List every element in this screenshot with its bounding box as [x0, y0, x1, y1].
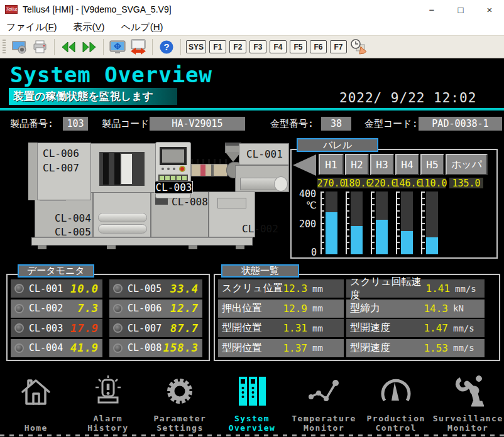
fkey-f6[interactable]: F6: [310, 40, 327, 53]
touch-timer-icon[interactable]: [350, 38, 368, 56]
monitor-value: 7.3: [77, 302, 99, 315]
machine-label-cl005: CL-005: [55, 226, 91, 238]
mold-number-value: 38: [321, 117, 351, 131]
fit-screen-icon[interactable]: [109, 38, 126, 56]
barrel-zone-h2-button[interactable]: H2: [345, 154, 369, 175]
page-subtitle: 装置の稼働状態を監視します: [9, 88, 177, 105]
mold-code-value: PAD-0038-1: [419, 117, 502, 131]
window-controls: − □ ×: [417, 0, 504, 19]
gauge-icon: [378, 374, 414, 409]
fkey-f3[interactable]: F3: [249, 40, 266, 53]
nav-parameter-settings[interactable]: ParameterSettings: [144, 370, 216, 435]
panel-dot: [167, 168, 170, 170]
nav-temperature-monitor[interactable]: TemperatureMonitor: [288, 370, 360, 435]
bar-axis-ruler: [371, 192, 375, 254]
cabinets-icon: [234, 374, 270, 409]
fkey-f4[interactable]: F4: [270, 40, 287, 53]
menu-help[interactable]: ヘルプ(H): [121, 21, 163, 33]
status-row-mold-close-position: 型閉位置1.37mm: [218, 339, 344, 357]
gear-icon: [162, 374, 197, 409]
monitor-value: 10.0: [70, 283, 99, 295]
temp-bar-h1: [326, 192, 337, 254]
lamp-indicator: [113, 304, 123, 313]
nav-surveillance-monitor[interactable]: SurveillanceMonitor: [432, 370, 504, 435]
app-icon: Tellus: [5, 5, 18, 14]
product-number-label: 製品番号:: [10, 118, 53, 130]
monitor-row-cl001: CL-00110.0: [11, 279, 102, 298]
barrel-zone-h5-button[interactable]: H5: [420, 154, 444, 175]
nav-home[interactable]: Home: [0, 370, 72, 435]
yaxis-tick-200: 200: [299, 218, 316, 230]
barrel-zone-h4-button[interactable]: H4: [395, 154, 419, 175]
fkey-f2[interactable]: F2: [229, 40, 246, 53]
temp-bar-h2-fill: [351, 226, 363, 254]
yaxis-tick-400: 400: [299, 188, 316, 200]
barrel-zone-h1-button[interactable]: H1: [319, 154, 344, 175]
switch-screen-icon[interactable]: [129, 38, 147, 56]
machine-tie-bar: [103, 153, 109, 185]
menubar: ファイル(F) 表示(V) ヘルプ(H): [0, 19, 504, 35]
monitor-value: 158.3: [163, 342, 199, 354]
product-code-value: HA-V29015: [150, 117, 245, 131]
status-row-screw-speed: スクリュ回転速度1.41mm/s: [346, 279, 485, 298]
machine-label-cl001: CL-001: [246, 148, 283, 160]
back-icon[interactable]: [60, 38, 77, 56]
window-title: Tellus4 [HMI] - [V9demo_SVGA_5.V9]: [23, 4, 417, 14]
fkey-f5[interactable]: F5: [290, 40, 307, 53]
page-title: System Overview: [10, 62, 212, 87]
status-row-mold-close-speed: 型閉速度1.53mm/s: [346, 339, 485, 357]
barrel-scroll-left-arrow[interactable]: [293, 154, 316, 176]
toolbar-separator: [152, 39, 153, 55]
nav-alarm-history[interactable]: AlarmHistory: [72, 370, 145, 435]
datetime-display: 2022/ 9/22 12:02: [339, 90, 476, 105]
print-icon[interactable]: [31, 38, 49, 56]
machine-slot: [217, 198, 246, 208]
lamp-indicator: [14, 304, 24, 313]
barrel-zone-h3-button[interactable]: H3: [370, 154, 394, 175]
maximize-button[interactable]: □: [446, 0, 475, 19]
panel-dot: [173, 168, 175, 170]
temp-bar-h3: [376, 192, 388, 254]
barrel-temp-h2: 180.0: [345, 178, 370, 188]
bar-axis-ruler: [346, 192, 349, 254]
monitor-row-cl005: CL-00533.4: [109, 279, 202, 298]
status-row-clamp-force: 型締力14.3kN: [346, 299, 485, 318]
toolbar: ? SYS F1 F2 F3 F4 F5 F6 F7: [0, 35, 504, 58]
forward-icon[interactable]: [80, 38, 98, 56]
barrel-zone-hopper-button[interactable]: ホッパ: [446, 154, 488, 175]
close-button[interactable]: ×: [475, 0, 504, 19]
status-row-mold-open-speed: 型開速度1.47mm/s: [346, 319, 485, 337]
data-monitor-tab: データモニタ: [18, 264, 94, 278]
app-window: Tellus Tellus4 [HMI] - [V9demo_SVGA_5.V9…: [0, 0, 504, 437]
machine-platen: [121, 154, 132, 184]
screen-capture-icon[interactable]: [11, 38, 28, 56]
product-number-value: 103: [63, 117, 88, 131]
fkey-sys[interactable]: SYS: [186, 40, 206, 53]
hmi-screen: System Overview 装置の稼働状態を監視します 2022/ 9/22…: [0, 58, 504, 437]
yaxis-unit: ℃: [306, 200, 317, 211]
fkey-f1[interactable]: F1: [209, 40, 226, 53]
titlebar: Tellus Tellus4 [HMI] - [V9demo_SVGA_5.V9…: [0, 0, 504, 19]
yaxis-tick-0: 0: [311, 247, 317, 258]
menu-file[interactable]: ファイル(F): [6, 21, 57, 33]
status-row-eject-position: 押出位置12.9mm: [218, 299, 344, 318]
header-divider: [0, 108, 504, 111]
monitor-value: 33.4: [170, 283, 199, 295]
toolbar-grip: [3, 40, 6, 55]
help-icon[interactable]: ?: [158, 38, 175, 56]
bar-axis-ruler: [320, 192, 324, 254]
minimize-button[interactable]: −: [417, 0, 446, 19]
bar-axis-ruler: [421, 192, 425, 254]
monitor-row-cl004: CL-00441.9: [11, 339, 102, 357]
nav-system-overview[interactable]: SystemOverview: [216, 370, 288, 435]
monitor-row-cl006: CL-00612.7: [109, 299, 202, 318]
nav-production-control[interactable]: ProductionControl: [360, 370, 432, 435]
machine-roller: [98, 213, 147, 222]
robot-arm-icon: [451, 374, 486, 409]
machine-barrel-fins: [191, 159, 227, 164]
toolbar-separator: [54, 39, 55, 55]
menu-view[interactable]: 表示(V): [74, 21, 105, 33]
toolbar-separator: [180, 39, 181, 55]
fkey-f7[interactable]: F7: [330, 40, 347, 53]
barrel-tab: バレル: [297, 138, 378, 152]
